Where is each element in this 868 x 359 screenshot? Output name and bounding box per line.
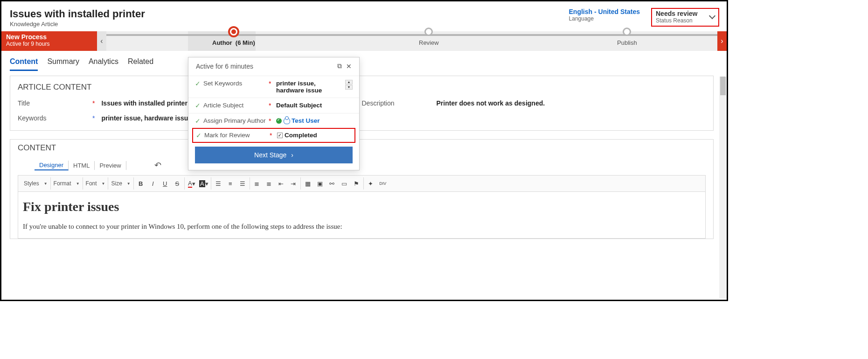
- stage-author-indicator: [228, 26, 239, 37]
- process-prev-button[interactable]: ‹: [97, 31, 106, 51]
- align-left-button[interactable]: ☰: [213, 178, 223, 189]
- link-button[interactable]: ⚯: [327, 178, 337, 189]
- undo-button[interactable]: ↶: [154, 160, 161, 170]
- article-content-panel: ARTICLE CONTENT Title * Issues with inst…: [10, 76, 714, 131]
- editor-paragraph: If you're unable to connect to your prin…: [23, 223, 701, 231]
- sparkle-button[interactable]: ✦: [366, 178, 376, 189]
- bullet-list-button[interactable]: ≣: [264, 178, 274, 189]
- flyout-row-mark-review[interactable]: ✓ Mark for Review * ✓Completed: [192, 128, 355, 143]
- bg-color-button[interactable]: A▾: [199, 178, 209, 189]
- page-entity-label: Knowledge Article: [10, 21, 569, 28]
- underline-button[interactable]: U: [160, 178, 170, 189]
- numbered-list-button[interactable]: ≣: [252, 178, 262, 189]
- tab-summary[interactable]: Summary: [47, 56, 79, 71]
- editor-toolbar: Styles▼ Format▼ Font▼ Size▼ B I U S A▾ A…: [18, 175, 706, 192]
- editor-tab-preview[interactable]: Preview: [95, 161, 126, 170]
- flag-button[interactable]: ⚑: [351, 178, 361, 189]
- presence-icon: [276, 118, 282, 124]
- tab-related[interactable]: Related: [128, 56, 153, 71]
- editor-heading: Fix printer issues: [23, 199, 701, 214]
- next-stage-button[interactable]: Next Stage›: [195, 147, 353, 163]
- required-icon: *: [269, 117, 274, 125]
- align-center-button[interactable]: ≡: [225, 178, 236, 189]
- align-right-button[interactable]: ☰: [237, 178, 248, 189]
- check-icon: ✓: [195, 80, 201, 87]
- toolbar-font-select[interactable]: Font▼: [83, 177, 109, 190]
- div-button[interactable]: DIV: [378, 178, 388, 189]
- process-badge[interactable]: New Process Active for 9 hours: [1, 31, 97, 51]
- person-icon: [284, 118, 290, 124]
- header-status-label: Status Reason: [656, 17, 704, 24]
- toolbar-size-select[interactable]: Size▼: [108, 177, 133, 190]
- stage-publish-indicator: [623, 28, 631, 36]
- field-value-title[interactable]: Issues with installed printer: [101, 99, 187, 107]
- stage-author[interactable]: Author (6 Min): [212, 28, 255, 46]
- field-value-description[interactable]: Printer does not work as designed.: [437, 99, 545, 107]
- checkbox-icon[interactable]: ✓: [277, 133, 283, 138]
- outdent-button[interactable]: ⇤: [276, 178, 286, 189]
- flyout-row-keywords[interactable]: ✓ Set Keywords * printer issue, hardware…: [188, 76, 359, 98]
- italic-button[interactable]: I: [148, 178, 158, 189]
- bold-button[interactable]: B: [136, 178, 146, 189]
- process-name: New Process: [6, 33, 92, 41]
- flyout-row-subject[interactable]: ✓ Article Subject * Default Subject: [188, 98, 359, 113]
- content-section-title: CONTENT: [18, 141, 706, 158]
- header-language-value: English - United States: [569, 8, 640, 15]
- field-label-title: Title: [18, 99, 92, 107]
- process-next-button[interactable]: ›: [717, 31, 727, 51]
- field-value-keywords[interactable]: printer issue, hardware issue: [101, 114, 192, 122]
- required-icon: *: [269, 80, 274, 87]
- stage-review[interactable]: Review: [419, 28, 439, 46]
- check-icon: ✓: [195, 117, 201, 125]
- popout-icon[interactable]: ⧉: [335, 62, 344, 70]
- table-button[interactable]: ▦: [303, 178, 313, 189]
- editor-body[interactable]: Fix printer issues If you're unable to c…: [18, 192, 706, 239]
- toolbar-styles-select[interactable]: Styles▼: [21, 177, 51, 190]
- chevron-down-icon: [709, 13, 715, 19]
- check-icon: ✓: [195, 102, 201, 109]
- article-content-title: ARTICLE CONTENT: [18, 81, 706, 96]
- editor-view-tabs: Designer HTML Preview ↶: [18, 158, 706, 173]
- field-label-description: Description: [362, 99, 437, 107]
- image-button[interactable]: ▣: [315, 178, 325, 189]
- page-header: Issues with installed printer Knowledge …: [1, 1, 727, 31]
- editor-tab-designer[interactable]: Designer: [35, 161, 69, 170]
- header-language[interactable]: English - United States Language: [569, 8, 640, 22]
- field-label-keywords: Keywords: [18, 114, 92, 122]
- stage-review-indicator: [424, 28, 433, 36]
- stage-publish[interactable]: Publish: [617, 28, 637, 46]
- spinner-control[interactable]: ▲▼: [345, 80, 353, 90]
- required-icon: *: [92, 99, 95, 107]
- required-icon: *: [270, 132, 275, 139]
- process-bar: New Process Active for 9 hours ‹ Author …: [1, 31, 727, 51]
- page-title: Issues with installed printer: [10, 8, 569, 20]
- header-language-label: Language: [569, 15, 640, 22]
- required-icon: *: [269, 102, 274, 109]
- flyout-active-text: Active for 6 minutes: [196, 63, 335, 70]
- tab-content[interactable]: Content: [10, 56, 38, 71]
- check-icon: ✓: [196, 132, 202, 139]
- header-status-reason[interactable]: Needs review Status Reason: [651, 8, 719, 27]
- toolbar-format-select[interactable]: Format▼: [51, 177, 83, 190]
- recommended-icon: *: [92, 114, 95, 122]
- flyout-row-author[interactable]: ✓ Assign Primary Author * Test User: [188, 113, 359, 128]
- text-color-button[interactable]: A▾: [187, 178, 197, 189]
- close-icon[interactable]: ✕: [344, 63, 354, 70]
- chevron-right-icon: ›: [291, 151, 293, 159]
- content-panel: CONTENT Designer HTML Preview ↶ Styles▼ …: [10, 139, 714, 239]
- strikethrough-button[interactable]: S: [172, 178, 182, 189]
- vertical-scrollbar[interactable]: [719, 77, 727, 298]
- tab-analytics[interactable]: Analytics: [89, 56, 118, 71]
- process-active-for: Active for 9 hours: [6, 41, 92, 47]
- editor-tab-html[interactable]: HTML: [69, 161, 95, 170]
- embed-button[interactable]: ▭: [339, 178, 349, 189]
- stage-flyout: Active for 6 minutes ⧉ ✕ ✓ Set Keywords …: [188, 57, 360, 170]
- indent-button[interactable]: ⇥: [288, 178, 299, 189]
- header-status-value: Needs review: [656, 10, 704, 17]
- form-tabs: Content Summary Analytics Related: [1, 51, 727, 71]
